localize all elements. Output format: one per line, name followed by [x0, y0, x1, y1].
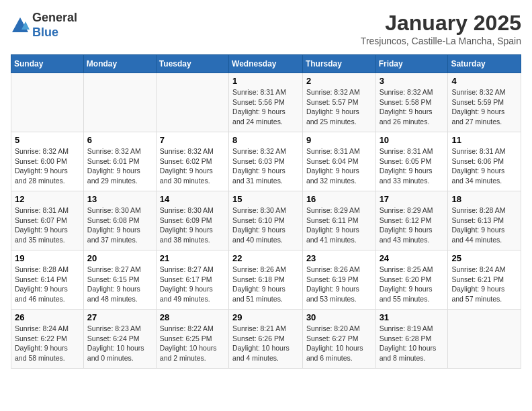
calendar-day-cell: 18Sunrise: 8:28 AM Sunset: 6:13 PM Dayli… — [448, 191, 521, 250]
calendar-day-cell: 9Sunrise: 8:31 AM Sunset: 6:04 PM Daylig… — [302, 132, 375, 191]
day-number: 8 — [232, 135, 299, 145]
calendar-day-cell: 13Sunrise: 8:30 AM Sunset: 6:08 PM Dayli… — [83, 191, 156, 250]
day-number: 12 — [15, 194, 80, 204]
day-info: Sunrise: 8:32 AM Sunset: 6:00 PM Dayligh… — [15, 146, 80, 186]
calendar-week-row: 1Sunrise: 8:31 AM Sunset: 5:56 PM Daylig… — [11, 73, 521, 132]
calendar-day-cell: 15Sunrise: 8:30 AM Sunset: 6:10 PM Dayli… — [229, 191, 303, 250]
calendar-week-row: 5Sunrise: 8:32 AM Sunset: 6:00 PM Daylig… — [11, 132, 521, 191]
day-info: Sunrise: 8:32 AM Sunset: 5:59 PM Dayligh… — [451, 87, 517, 127]
calendar-day-cell: 28Sunrise: 8:22 AM Sunset: 6:25 PM Dayli… — [156, 310, 228, 369]
calendar-day-cell: 29Sunrise: 8:21 AM Sunset: 6:26 PM Dayli… — [229, 310, 303, 369]
day-number: 6 — [87, 135, 152, 145]
calendar-day-cell: 5Sunrise: 8:32 AM Sunset: 6:00 PM Daylig… — [11, 132, 84, 191]
day-number: 3 — [380, 76, 445, 86]
day-of-week-header: Saturday — [448, 55, 521, 73]
calendar-day-cell: 14Sunrise: 8:30 AM Sunset: 6:09 PM Dayli… — [156, 191, 228, 250]
calendar-day-cell: 23Sunrise: 8:26 AM Sunset: 6:19 PM Dayli… — [302, 250, 375, 310]
day-number: 13 — [87, 194, 152, 204]
calendar-week-row: 19Sunrise: 8:28 AM Sunset: 6:14 PM Dayli… — [11, 250, 521, 310]
day-number: 28 — [160, 312, 225, 322]
day-number: 19 — [15, 253, 80, 263]
day-info: Sunrise: 8:31 AM Sunset: 6:06 PM Dayligh… — [451, 146, 517, 186]
day-info: Sunrise: 8:24 AM Sunset: 6:21 PM Dayligh… — [451, 265, 517, 304]
day-number: 11 — [451, 135, 517, 145]
day-number: 24 — [380, 253, 445, 263]
calendar-day-cell: 16Sunrise: 8:29 AM Sunset: 6:11 PM Dayli… — [302, 191, 375, 250]
calendar-day-cell — [11, 73, 84, 132]
day-info: Sunrise: 8:27 AM Sunset: 6:15 PM Dayligh… — [87, 265, 152, 304]
calendar-table: SundayMondayTuesdayWednesdayThursdayFrid… — [11, 54, 521, 369]
day-number: 17 — [380, 194, 445, 204]
calendar-day-cell: 10Sunrise: 8:31 AM Sunset: 6:05 PM Dayli… — [375, 132, 448, 191]
title-block: January 2025 Tresjuncos, Castille-La Man… — [361, 11, 521, 46]
day-number: 31 — [380, 312, 445, 322]
calendar-day-cell: 6Sunrise: 8:32 AM Sunset: 6:01 PM Daylig… — [83, 132, 156, 191]
logo-text: General Blue — [32, 11, 77, 40]
day-number: 16 — [306, 194, 372, 204]
day-info: Sunrise: 8:31 AM Sunset: 6:05 PM Dayligh… — [380, 146, 445, 186]
day-number: 2 — [306, 76, 372, 86]
day-number: 29 — [232, 312, 299, 322]
calendar-day-cell: 3Sunrise: 8:32 AM Sunset: 5:58 PM Daylig… — [375, 73, 448, 132]
day-number: 30 — [306, 312, 372, 322]
day-info: Sunrise: 8:29 AM Sunset: 6:11 PM Dayligh… — [306, 205, 372, 245]
day-info: Sunrise: 8:31 AM Sunset: 5:56 PM Dayligh… — [232, 87, 299, 127]
day-info: Sunrise: 8:24 AM Sunset: 6:22 PM Dayligh… — [15, 324, 80, 363]
location-subtitle: Tresjuncos, Castille-La Mancha, Spain — [361, 36, 521, 46]
day-info: Sunrise: 8:22 AM Sunset: 6:25 PM Dayligh… — [160, 324, 225, 363]
calendar-header: SundayMondayTuesdayWednesdayThursdayFrid… — [11, 55, 521, 73]
calendar-day-cell: 31Sunrise: 8:19 AM Sunset: 6:28 PM Dayli… — [375, 310, 448, 369]
day-number: 15 — [232, 194, 299, 204]
day-info: Sunrise: 8:30 AM Sunset: 6:09 PM Dayligh… — [160, 205, 225, 245]
calendar-day-cell — [83, 73, 156, 132]
day-info: Sunrise: 8:27 AM Sunset: 6:17 PM Dayligh… — [160, 265, 225, 304]
day-info: Sunrise: 8:23 AM Sunset: 6:24 PM Dayligh… — [87, 324, 152, 363]
day-info: Sunrise: 8:32 AM Sunset: 6:03 PM Dayligh… — [232, 146, 299, 186]
day-info: Sunrise: 8:21 AM Sunset: 6:26 PM Dayligh… — [232, 324, 299, 363]
day-number: 18 — [451, 194, 517, 204]
calendar-day-cell: 17Sunrise: 8:29 AM Sunset: 6:12 PM Dayli… — [375, 191, 448, 250]
day-info: Sunrise: 8:20 AM Sunset: 6:27 PM Dayligh… — [306, 324, 372, 363]
day-of-week-header: Thursday — [302, 55, 375, 73]
day-number: 22 — [232, 253, 299, 263]
calendar-day-cell: 27Sunrise: 8:23 AM Sunset: 6:24 PM Dayli… — [83, 310, 156, 369]
calendar-day-cell: 21Sunrise: 8:27 AM Sunset: 6:17 PM Dayli… — [156, 250, 228, 310]
day-number: 14 — [160, 194, 225, 204]
calendar-day-cell: 24Sunrise: 8:25 AM Sunset: 6:20 PM Dayli… — [375, 250, 448, 310]
logo-icon — [11, 16, 30, 35]
day-info: Sunrise: 8:31 AM Sunset: 6:07 PM Dayligh… — [15, 205, 80, 245]
logo: General Blue — [11, 11, 77, 40]
day-number: 4 — [451, 76, 517, 86]
day-info: Sunrise: 8:28 AM Sunset: 6:13 PM Dayligh… — [451, 205, 517, 245]
day-info: Sunrise: 8:31 AM Sunset: 6:04 PM Dayligh… — [306, 146, 372, 186]
day-info: Sunrise: 8:32 AM Sunset: 6:01 PM Dayligh… — [87, 146, 152, 186]
calendar-day-cell: 7Sunrise: 8:32 AM Sunset: 6:02 PM Daylig… — [156, 132, 228, 191]
calendar-day-cell: 1Sunrise: 8:31 AM Sunset: 5:56 PM Daylig… — [229, 73, 303, 132]
calendar-day-cell: 19Sunrise: 8:28 AM Sunset: 6:14 PM Dayli… — [11, 250, 84, 310]
day-number: 7 — [160, 135, 225, 145]
day-number: 9 — [306, 135, 372, 145]
calendar-day-cell: 22Sunrise: 8:26 AM Sunset: 6:18 PM Dayli… — [229, 250, 303, 310]
calendar-day-cell: 25Sunrise: 8:24 AM Sunset: 6:21 PM Dayli… — [448, 250, 521, 310]
day-info: Sunrise: 8:32 AM Sunset: 5:58 PM Dayligh… — [380, 87, 445, 127]
day-number: 26 — [15, 312, 80, 322]
day-info: Sunrise: 8:29 AM Sunset: 6:12 PM Dayligh… — [380, 205, 445, 245]
day-of-week-header: Friday — [375, 55, 448, 73]
calendar-week-row: 26Sunrise: 8:24 AM Sunset: 6:22 PM Dayli… — [11, 310, 521, 369]
calendar-day-cell: 20Sunrise: 8:27 AM Sunset: 6:15 PM Dayli… — [83, 250, 156, 310]
page-header: General Blue January 2025 Tresjuncos, Ca… — [11, 11, 521, 46]
calendar-body: 1Sunrise: 8:31 AM Sunset: 5:56 PM Daylig… — [11, 73, 521, 369]
calendar-day-cell: 30Sunrise: 8:20 AM Sunset: 6:27 PM Dayli… — [302, 310, 375, 369]
day-info: Sunrise: 8:26 AM Sunset: 6:19 PM Dayligh… — [306, 265, 372, 304]
day-of-week-header: Sunday — [11, 55, 84, 73]
day-info: Sunrise: 8:30 AM Sunset: 6:08 PM Dayligh… — [87, 205, 152, 245]
day-number: 10 — [380, 135, 445, 145]
day-number: 5 — [15, 135, 80, 145]
day-info: Sunrise: 8:30 AM Sunset: 6:10 PM Dayligh… — [232, 205, 299, 245]
day-info: Sunrise: 8:32 AM Sunset: 5:57 PM Dayligh… — [306, 87, 372, 127]
day-info: Sunrise: 8:32 AM Sunset: 6:02 PM Dayligh… — [160, 146, 225, 186]
calendar-day-cell: 8Sunrise: 8:32 AM Sunset: 6:03 PM Daylig… — [229, 132, 303, 191]
day-number: 20 — [87, 253, 152, 263]
calendar-day-cell — [156, 73, 228, 132]
day-number: 27 — [87, 312, 152, 322]
